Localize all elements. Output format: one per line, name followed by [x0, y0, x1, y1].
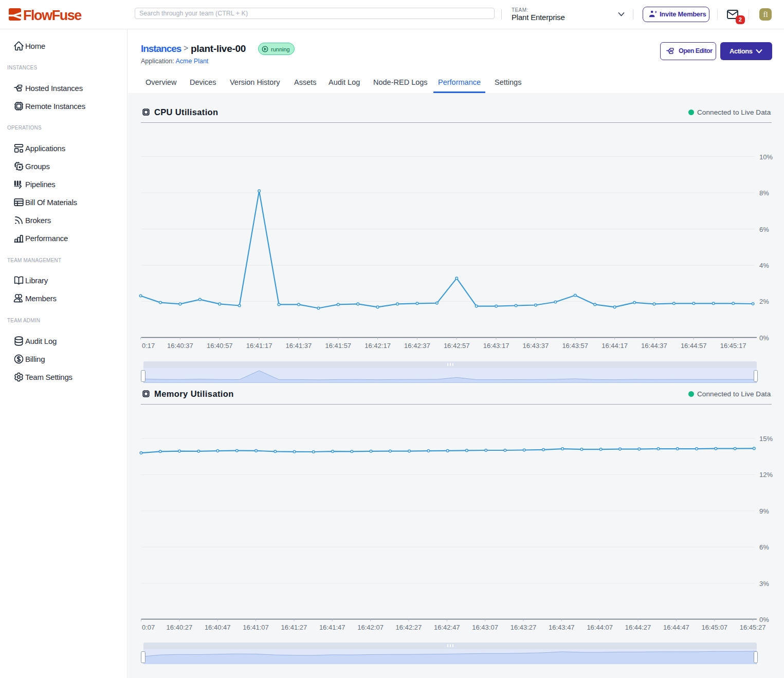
svg-text:16:44:57: 16:44:57: [681, 342, 707, 350]
svg-text:16:43:37: 16:43:37: [523, 342, 549, 350]
svg-text:16:44:37: 16:44:37: [641, 342, 667, 350]
svg-text:16:40:47: 16:40:47: [205, 624, 231, 631]
svg-text:2%: 2%: [759, 298, 769, 305]
svg-text:9%: 9%: [759, 507, 769, 515]
svg-text:16:45:17: 16:45:17: [720, 342, 746, 350]
svg-text:16:45:27: 16:45:27: [740, 624, 766, 631]
svg-text:16:43:27: 16:43:27: [510, 624, 537, 631]
svg-text:10%: 10%: [759, 153, 773, 161]
svg-text:16:41:27: 16:41:27: [281, 624, 307, 631]
svg-text:16:45:07: 16:45:07: [701, 624, 727, 631]
svg-text:4%: 4%: [759, 262, 769, 269]
svg-text:8%: 8%: [759, 189, 769, 197]
svg-text:16:41:17: 16:41:17: [246, 342, 272, 350]
svg-text:16:42:37: 16:42:37: [404, 342, 430, 350]
svg-text:16:41:07: 16:41:07: [243, 624, 269, 631]
svg-text:16:40:37: 16:40:37: [167, 342, 193, 350]
svg-text:0:17: 0:17: [142, 342, 155, 350]
svg-text:16:40:57: 16:40:57: [207, 342, 233, 350]
svg-text:16:42:27: 16:42:27: [396, 624, 422, 631]
svg-text:15%: 15%: [759, 435, 773, 443]
svg-text:16:43:07: 16:43:07: [472, 624, 498, 631]
svg-text:16:42:47: 16:42:47: [434, 624, 460, 631]
svg-text:16:42:07: 16:42:07: [357, 624, 384, 631]
svg-text:16:41:57: 16:41:57: [325, 342, 351, 350]
svg-text:0:07: 0:07: [142, 624, 155, 631]
svg-text:16:41:37: 16:41:37: [286, 342, 312, 350]
svg-text:3%: 3%: [759, 580, 769, 588]
svg-text:16:43:57: 16:43:57: [562, 342, 588, 350]
svg-text:16:44:17: 16:44:17: [601, 342, 628, 350]
svg-text:0%: 0%: [759, 616, 769, 624]
svg-text:16:40:27: 16:40:27: [167, 624, 193, 631]
svg-text:16:42:17: 16:42:17: [364, 342, 391, 350]
svg-text:16:44:27: 16:44:27: [625, 624, 651, 631]
svg-text:6%: 6%: [759, 543, 769, 551]
svg-text:16:43:47: 16:43:47: [549, 624, 575, 631]
svg-text:6%: 6%: [759, 226, 769, 233]
svg-text:0%: 0%: [759, 334, 769, 342]
svg-text:16:42:57: 16:42:57: [444, 342, 470, 350]
svg-text:16:43:17: 16:43:17: [483, 342, 509, 350]
svg-text:16:44:47: 16:44:47: [663, 624, 689, 631]
svg-text:16:44:07: 16:44:07: [587, 624, 613, 631]
svg-text:12%: 12%: [759, 471, 773, 479]
svg-text:16:41:47: 16:41:47: [319, 624, 345, 631]
